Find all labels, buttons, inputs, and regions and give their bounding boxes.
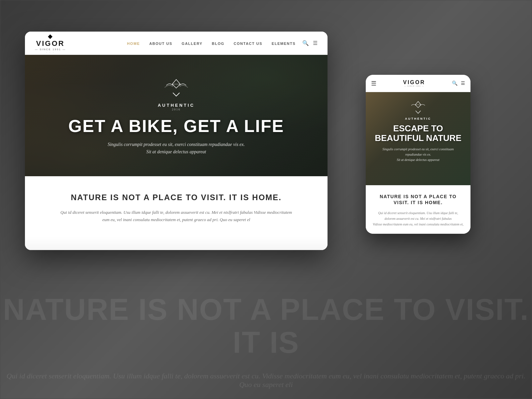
nav-link-gallery[interactable]: GALLERY — [182, 42, 202, 46]
nav-item-about[interactable]: ABOUT US — [149, 40, 172, 46]
nav-link-elements[interactable]: ELEMENTS — [272, 42, 296, 46]
mobile-search-icon[interactable]: 🔍 — [452, 80, 458, 86]
desktop-logo[interactable]: ◆ VIGOR — SINCE 1991 — · · · — [35, 33, 66, 54]
mobile-logo-since: — SINCE 1991 — — [404, 85, 424, 87]
mobile-logo[interactable]: VIGOR — SINCE 1991 — — [403, 80, 425, 87]
nav-item-home[interactable]: HOME — [127, 40, 140, 46]
hero-title: GET A BIKE, GET A LIFE — [68, 116, 284, 136]
hero-subtitle-line1: Singulis corrumpit prodesset eu sit, exe… — [108, 142, 245, 147]
desktop-mockup: ◆ VIGOR — SINCE 1991 — · · · HOME ABOUT … — [25, 32, 328, 250]
desktop-bottom-cutoff — [25, 237, 328, 250]
hero-content: AUTHENTIC 2016 GET A BIKE, GET A LIFE Si… — [25, 55, 328, 176]
svg-marker-2 — [415, 101, 421, 108]
desktop-nav: ◆ VIGOR — SINCE 1991 — · · · HOME ABOUT … — [25, 32, 328, 55]
badge-svg — [163, 75, 190, 102]
mobile-logo-name: VIGOR — [403, 80, 425, 85]
bg-watermark-subtext: Qui id diceret senserit eloquentiam. Usu… — [0, 372, 532, 389]
nav-item-gallery[interactable]: GALLERY — [182, 40, 202, 46]
search-button[interactable]: 🔍 — [302, 40, 309, 46]
mobile-hero-subtitle: Singulis corrumpit prodesset eu sit, exe… — [382, 147, 454, 163]
mobile-section-title: NATURE IS NOT A PLACE TO VISIT. IT IS HO… — [372, 194, 464, 205]
nav-item-contact[interactable]: CONTACT US — [234, 40, 262, 46]
mobile-subtitle-3: Sit at denique delectus appareat — [397, 158, 440, 162]
logo-since: — SINCE 1991 — — [35, 48, 66, 51]
mobile-content-section: NATURE IS NOT A PLACE TO VISIT. IT IS HO… — [366, 185, 470, 234]
badge-year: 2016 — [172, 108, 181, 111]
svg-marker-0 — [172, 79, 180, 88]
mobile-nav-right: 🔍 ☰ — [452, 80, 465, 86]
nav-link-contact[interactable]: CONTACT US — [234, 42, 262, 46]
authentic-badge: AUTHENTIC 2016 — [158, 75, 195, 111]
logo-dots: · · · — [46, 51, 55, 54]
hero-subtitle: Singulis corrumpit prodesset eu sit, exe… — [108, 141, 245, 156]
nav-link-home[interactable]: HOME — [127, 42, 140, 46]
nav-link-about[interactable]: ABOUT US — [149, 42, 172, 46]
mobile-text-1: Qui id diceret senserit eloquentiam. Usu… — [378, 211, 458, 220]
nav-item-elements[interactable]: ELEMENTS — [272, 40, 296, 46]
nav-icon-group: 🔍 ☰ — [302, 40, 318, 46]
mobile-mockup: ☰ VIGOR — SINCE 1991 — 🔍 ☰ AUTHE — [366, 75, 470, 234]
mobile-badge-svg — [409, 99, 427, 117]
nav-item-blog[interactable]: BLOG — [212, 40, 224, 46]
badge-text: AUTHENTIC — [158, 103, 195, 108]
mobile-authentic-badge: AUTHENTIC — [405, 99, 431, 120]
mobile-text-2: Vidisse mediocritatem eum eu, vel inani … — [373, 222, 464, 226]
mobile-hamburger-icon[interactable]: ☰ — [371, 80, 376, 87]
mobile-section-text: Qui id diceret senserit eloquentiam. Usu… — [372, 210, 464, 227]
mobile-hero-content: AUTHENTIC ESCAPE TO BEAUTIFUL NATURE Sin… — [366, 92, 470, 185]
bg-watermark-text: NATURE IS NOT A PLACE TO VISIT. IT IS — [0, 293, 532, 359]
nav-link-blog[interactable]: BLOG — [212, 42, 224, 46]
mobile-subtitle-2: repudiandae vis ex. — [405, 153, 431, 156]
hero-subtitle-line2: Sit at denique delectus appareat — [146, 149, 206, 154]
desktop-hero: AUTHENTIC 2016 GET A BIKE, GET A LIFE Si… — [25, 55, 328, 176]
mobile-hero-title: ESCAPE TO BEAUTIFUL NATURE — [371, 124, 466, 143]
nav-links: HOME ABOUT US GALLERY BLOG CONTACT US EL… — [127, 40, 296, 46]
mobile-badge-text: AUTHENTIC — [405, 117, 431, 120]
logo-diamond-icon: ◆ — [48, 33, 53, 40]
mobile-nav: ☰ VIGOR — SINCE 1991 — 🔍 ☰ — [366, 75, 470, 92]
desktop-content-section: NATURE IS NOT A PLACE TO VISIT. IT IS HO… — [25, 176, 328, 237]
mobile-hero: AUTHENTIC ESCAPE TO BEAUTIFUL NATURE Sin… — [366, 92, 470, 185]
mobile-subtitle-1: Singulis corrumpit prodesset eu sit, exe… — [382, 147, 454, 151]
desktop-section-title: NATURE IS NOT A PLACE TO VISIT. IT IS HO… — [45, 193, 308, 202]
desktop-section-text: Qui id diceret senserit eloquentiam. Usu… — [60, 209, 293, 223]
logo-name: VIGOR — [36, 40, 65, 47]
mobile-menu-icon[interactable]: ☰ — [461, 80, 465, 86]
menu-button[interactable]: ☰ — [313, 40, 318, 46]
